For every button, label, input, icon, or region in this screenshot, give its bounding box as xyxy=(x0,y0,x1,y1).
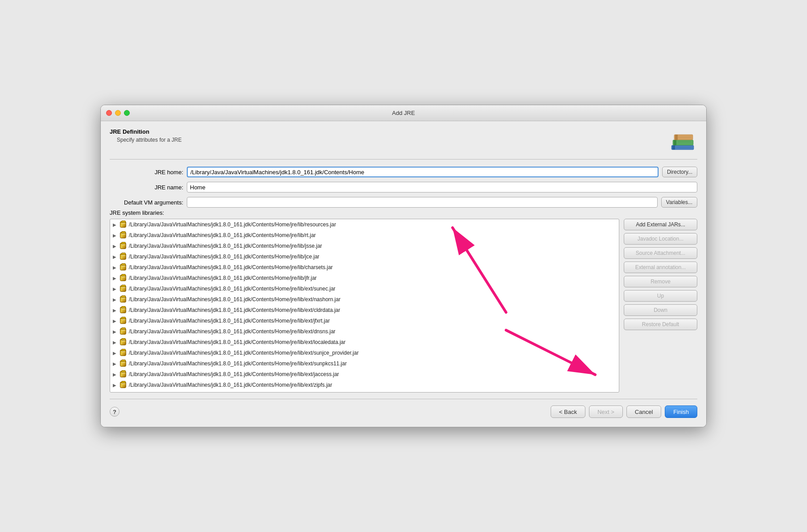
libraries-section: JRE system libraries: ▶/Library/Java/Jav… xyxy=(110,209,697,393)
lib-path: /Library/Java/JavaVirtualMachines/jdk1.8… xyxy=(129,232,316,238)
footer: ? < Back Next > Cancel Finish xyxy=(110,399,697,420)
section-title: JRE Definition xyxy=(110,128,181,135)
header-text: JRE Definition Specify attributes for a … xyxy=(110,128,181,143)
list-item[interactable]: ▶/Library/Java/JavaVirtualMachines/jdk1.… xyxy=(110,326,619,337)
window-controls xyxy=(106,110,130,116)
list-item[interactable]: ▶/Library/Java/JavaVirtualMachines/jdk1.… xyxy=(110,251,619,262)
lib-path: /Library/Java/JavaVirtualMachines/jdk1.8… xyxy=(129,254,319,260)
jar-icon xyxy=(119,263,127,271)
libraries-container: ▶/Library/Java/JavaVirtualMachines/jdk1.… xyxy=(110,219,697,393)
title-bar: Add JRE xyxy=(101,105,706,121)
window-title: Add JRE xyxy=(392,110,415,116)
jre-name-input[interactable] xyxy=(187,182,697,192)
back-button[interactable]: < Back xyxy=(551,405,585,418)
jar-icon xyxy=(119,349,127,357)
close-button[interactable] xyxy=(106,110,112,116)
maximize-button[interactable] xyxy=(124,110,130,116)
jar-icon xyxy=(119,306,127,314)
form-section: JRE home: Directory... JRE name: Default… xyxy=(110,167,697,208)
remove-button[interactable]: Remove xyxy=(624,276,697,287)
lib-path: /Library/Java/JavaVirtualMachines/jdk1.8… xyxy=(129,296,341,303)
jar-icon xyxy=(119,370,127,378)
variables-button[interactable]: Variables... xyxy=(661,197,697,208)
up-button[interactable]: Up xyxy=(624,290,697,302)
list-item[interactable]: ▶/Library/Java/JavaVirtualMachines/jdk1.… xyxy=(110,273,619,283)
list-item[interactable]: ▶/Library/Java/JavaVirtualMachines/jdk1.… xyxy=(110,348,619,358)
default-vm-input[interactable] xyxy=(187,197,658,208)
svg-rect-1 xyxy=(672,145,675,150)
lib-path: /Library/Java/JavaVirtualMachines/jdk1.8… xyxy=(129,264,333,270)
list-item[interactable]: ▶/Library/Java/JavaVirtualMachines/jdk1.… xyxy=(110,219,619,230)
lib-path: /Library/Java/JavaVirtualMachines/jdk1.8… xyxy=(129,318,330,324)
lib-path: /Library/Java/JavaVirtualMachines/jdk1.8… xyxy=(129,371,339,377)
section-subtitle: Specify attributes for a JRE xyxy=(117,137,181,143)
cancel-button[interactable]: Cancel xyxy=(626,405,661,418)
list-item[interactable]: ▶/Library/Java/JavaVirtualMachines/jdk1.… xyxy=(110,230,619,241)
list-item[interactable]: ▶/Library/Java/JavaVirtualMachines/jdk1.… xyxy=(110,283,619,294)
lib-path: /Library/Java/JavaVirtualMachines/jdk1.8… xyxy=(129,275,317,281)
jre-name-row: JRE name: xyxy=(110,182,697,192)
jar-icon xyxy=(119,221,127,229)
list-item[interactable]: ▶/Library/Java/JavaVirtualMachines/jdk1.… xyxy=(110,294,619,305)
help-button[interactable]: ? xyxy=(110,407,119,417)
default-vm-row: Default VM arguments: Variables... xyxy=(110,197,697,208)
source-attachment-button[interactable]: Source Attachment... xyxy=(624,247,697,259)
jre-name-label: JRE name: xyxy=(110,184,183,191)
jar-icon xyxy=(119,242,127,250)
jar-icon xyxy=(119,274,127,282)
add-jre-window: Add JRE JRE Definition Specify attribute… xyxy=(100,105,707,427)
list-item[interactable]: ▶/Library/Java/JavaVirtualMachines/jdk1.… xyxy=(110,358,619,369)
libraries-label: JRE system libraries: xyxy=(110,209,697,216)
directory-button[interactable]: Directory... xyxy=(662,167,697,177)
libraries-list[interactable]: ▶/Library/Java/JavaVirtualMachines/jdk1.… xyxy=(110,219,619,393)
lib-path: /Library/Java/JavaVirtualMachines/jdk1.8… xyxy=(129,307,340,313)
finish-button[interactable]: Finish xyxy=(665,405,697,418)
list-item[interactable]: ▶/Library/Java/JavaVirtualMachines/jdk1.… xyxy=(110,315,619,326)
libraries-actions: Add External JARs... Javadoc Location...… xyxy=(624,219,697,393)
lib-path: /Library/Java/JavaVirtualMachines/jdk1.8… xyxy=(129,221,336,228)
jar-icon xyxy=(119,327,127,336)
external-annotation-button[interactable]: External annotation... xyxy=(624,262,697,273)
list-item[interactable]: ▶/Library/Java/JavaVirtualMachines/jdk1.… xyxy=(110,369,619,380)
jar-icon xyxy=(119,295,127,303)
jar-icon xyxy=(119,360,127,368)
lib-path: /Library/Java/JavaVirtualMachines/jdk1.8… xyxy=(129,350,358,356)
libraries-list-wrap: ▶/Library/Java/JavaVirtualMachines/jdk1.… xyxy=(110,219,619,393)
down-button[interactable]: Down xyxy=(624,304,697,316)
jar-icon xyxy=(119,381,127,389)
jre-home-row: JRE home: Directory... xyxy=(110,167,697,177)
restore-default-button[interactable]: Restore Default xyxy=(624,319,697,330)
jar-icon xyxy=(119,285,127,293)
lib-path: /Library/Java/JavaVirtualMachines/jdk1.8… xyxy=(129,328,335,335)
list-item[interactable]: ▶/Library/Java/JavaVirtualMachines/jdk1.… xyxy=(110,305,619,315)
jre-home-input[interactable] xyxy=(187,167,659,177)
lib-path: /Library/Java/JavaVirtualMachines/jdk1.8… xyxy=(129,360,347,367)
next-button[interactable]: Next > xyxy=(589,405,623,418)
list-item[interactable]: ▶/Library/Java/JavaVirtualMachines/jdk1.… xyxy=(110,337,619,348)
main-content: JRE Definition Specify attributes for a … xyxy=(101,121,706,427)
javadoc-location-button[interactable]: Javadoc Location... xyxy=(624,233,697,245)
default-vm-label: Default VM arguments: xyxy=(110,199,183,206)
lib-path: /Library/Java/JavaVirtualMachines/jdk1.8… xyxy=(129,286,335,292)
add-external-jars-button[interactable]: Add External JARs... xyxy=(624,219,697,230)
jar-icon xyxy=(119,317,127,325)
footer-right: < Back Next > Cancel Finish xyxy=(551,405,697,418)
list-item[interactable]: ▶/Library/Java/JavaVirtualMachines/jdk1.… xyxy=(110,262,619,273)
jre-home-label: JRE home: xyxy=(110,169,183,176)
minimize-button[interactable] xyxy=(115,110,121,116)
lib-path: /Library/Java/JavaVirtualMachines/jdk1.8… xyxy=(129,382,332,388)
jre-icon xyxy=(671,128,697,153)
jar-icon xyxy=(119,231,127,239)
header-section: JRE Definition Specify attributes for a … xyxy=(110,128,697,160)
jar-icon xyxy=(119,253,127,261)
lib-path: /Library/Java/JavaVirtualMachines/jdk1.8… xyxy=(129,339,346,345)
footer-left: ? xyxy=(110,407,119,417)
list-item[interactable]: ▶/Library/Java/JavaVirtualMachines/jdk1.… xyxy=(110,380,619,390)
list-item[interactable]: ▶/Library/Java/JavaVirtualMachines/jdk1.… xyxy=(110,241,619,251)
jar-icon xyxy=(119,338,127,346)
svg-rect-3 xyxy=(674,140,676,145)
lib-path: /Library/Java/JavaVirtualMachines/jdk1.8… xyxy=(129,243,322,249)
